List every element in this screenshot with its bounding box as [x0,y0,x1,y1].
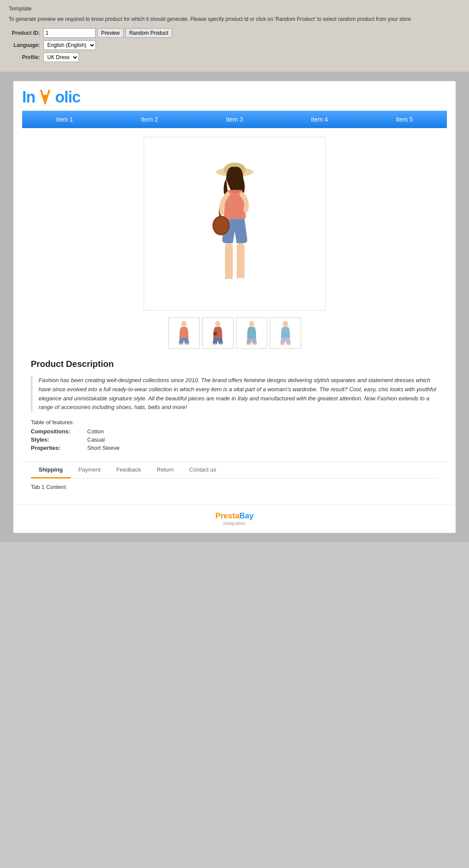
svg-point-17 [249,321,254,327]
svg-rect-15 [213,343,216,345]
thumbnail-2[interactable] [202,317,233,349]
feature-value-properties: Short Sleeve [87,445,119,451]
thumbnail-3[interactable] [236,317,267,349]
svg-point-20 [283,321,288,327]
tabs-header: Shipping Payment Feedback Return Contact… [31,462,438,479]
footer-logo-presta: Presta [215,512,239,520]
product-id-row: Product ID: Preview Random Product [9,28,460,38]
product-area: Product Description Fashion has been cre… [13,128,456,504]
config-area: Template To generate preview we required… [0,0,469,72]
feature-key-styles: Styles: [31,436,87,443]
product-main-image [196,145,274,302]
feature-value-styles: Casual [87,436,105,443]
svg-point-7 [236,278,245,283]
svg-rect-5 [236,243,244,281]
product-id-label: Product ID: [9,30,43,36]
svg-rect-21 [280,343,284,345]
logo-v [35,88,55,106]
store-header: In olic Item 1 Item 2 Item 3 Item 4 Item… [13,81,456,128]
nav-item-5[interactable]: Item 5 [362,111,447,128]
store-logo: In olic [22,88,447,106]
svg-point-14 [213,332,217,336]
profile-label: Profile: [9,54,43,60]
product-id-input[interactable] [43,28,95,38]
logo-suffix: olic [55,88,80,106]
thumbnail-4[interactable] [270,317,301,349]
logo-text: In olic [22,88,80,106]
preview-wrapper: In olic Item 1 Item 2 Item 3 Item 4 Item… [0,72,469,542]
product-description-heading: Product Description [31,359,438,369]
feature-key-compositions: Compositions: [31,428,87,435]
tab-contact-us[interactable]: Contact us [181,462,224,479]
svg-point-0 [43,95,47,99]
tab-feedback[interactable]: Feedback [108,462,149,479]
svg-point-10 [181,321,187,327]
language-row: Language: English (English) [9,40,460,50]
svg-rect-11 [179,343,183,345]
language-select[interactable]: English (English) [43,40,96,50]
feature-row-compositions: Compositions: Cotton [31,428,438,435]
feature-row-properties: Properties: Short Sleeve [31,445,438,451]
footer-logo-sub: Integration [20,521,449,526]
tab-return[interactable]: Return [149,462,181,479]
profile-row: Profile: UK Dress [9,53,460,62]
product-description-blockquote: Fashion has been creating well-designed … [31,376,438,412]
feature-key-properties: Properties: [31,445,87,451]
thumbnail-1[interactable] [168,317,200,349]
tab-payment[interactable]: Payment [71,462,108,479]
features-table: Table of features: Compositions: Cotton … [31,419,438,451]
profile-select[interactable]: UK Dress [43,53,79,62]
config-title: Template [9,5,460,12]
svg-rect-19 [253,343,257,345]
thumbnails-container [22,317,447,349]
preview-container: In olic Item 1 Item 2 Item 3 Item 4 Item… [13,81,456,533]
feature-row-styles: Styles: Casual [31,436,438,443]
logo-prefix: In [22,88,35,106]
store-footer: PrestaBay Integration [13,504,456,533]
random-product-button[interactable]: Random Product [125,28,172,38]
features-title: Table of features: [31,419,438,426]
svg-point-6 [224,279,233,284]
tab-shipping[interactable]: Shipping [31,462,71,479]
nav-item-3[interactable]: Item 3 [192,111,277,128]
svg-rect-12 [185,343,189,345]
tabs-section: Shipping Payment Feedback Return Contact… [22,462,447,495]
language-label: Language: [9,42,43,48]
svg-point-13 [215,321,220,327]
svg-rect-4 [225,243,233,281]
footer-logo: PrestaBay [20,512,449,521]
svg-rect-22 [287,343,291,345]
product-description-text: Fashion has been creating well-designed … [39,376,438,412]
svg-rect-18 [246,343,250,345]
nav-item-2[interactable]: Item 2 [107,111,192,128]
tab-content: Tab 1 Content [31,479,438,495]
nav-item-1[interactable]: Item 1 [22,111,107,128]
preview-button[interactable]: Preview [97,28,124,38]
nav-item-4[interactable]: Item 4 [277,111,362,128]
product-description-section: Product Description Fashion has been cre… [22,359,447,451]
svg-point-9 [214,218,228,234]
feature-value-compositions: Cotton [87,428,104,435]
svg-rect-16 [219,343,223,345]
footer-logo-bay: Bay [239,512,254,520]
main-product-image-container [144,137,326,310]
store-nav: Item 1 Item 2 Item 3 Item 4 Item 5 [22,111,447,128]
config-description: To generate preview we required to know … [9,15,460,23]
